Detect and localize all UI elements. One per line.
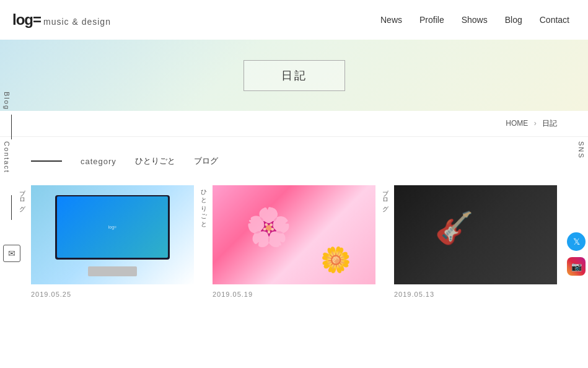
- instagram-icon[interactable]: 📷: [567, 257, 586, 276]
- blog-grid: ブログ log= 2019.05.25 ひとりごと 2019.0: [31, 185, 557, 298]
- blog-card-1-image: log=: [31, 185, 194, 284]
- category-bar: category ひとりごと ブログ: [31, 156, 557, 167]
- side-contact-label: Contact: [0, 136, 14, 178]
- hero-title: 日記: [244, 60, 345, 91]
- blog-card-2[interactable]: ひとりごと 2019.05.19: [213, 185, 375, 298]
- blog-card-3-image: [394, 185, 557, 284]
- side-blog-label: Blog: [0, 87, 14, 115]
- category-label: category: [81, 157, 116, 166]
- blog-card-3[interactable]: ブログ 2019.05.13: [394, 185, 557, 298]
- nav-profile[interactable]: Profile: [419, 15, 444, 25]
- main-content: category ひとりごと ブログ ブログ log= 2019.05.25 ひ…: [0, 137, 588, 317]
- nav-blog[interactable]: Blog: [505, 15, 522, 25]
- blog-card-3-date: 2019.05.13: [394, 291, 557, 298]
- side-blog-line: [11, 115, 12, 139]
- breadcrumb-current: 日記: [542, 119, 557, 128]
- category-line: [31, 160, 62, 162]
- nav-news[interactable]: News: [380, 15, 402, 25]
- side-sns-label: SNS: [574, 136, 588, 164]
- hero-banner: 日記: [0, 40, 588, 111]
- logo-sub: music & design: [43, 17, 111, 27]
- mail-icon[interactable]: ✉: [3, 245, 20, 262]
- blog-card-1[interactable]: ブログ log= 2019.05.25: [31, 185, 194, 298]
- breadcrumb: HOME › 日記: [0, 111, 588, 137]
- category-link-blog[interactable]: ブログ: [194, 156, 218, 167]
- breadcrumb-home[interactable]: HOME: [506, 119, 528, 128]
- card-2-label: ひとりごと: [199, 185, 208, 226]
- breadcrumb-separator: ›: [534, 119, 537, 128]
- blog-card-1-date: 2019.05.25: [31, 291, 194, 298]
- nav-contact[interactable]: Contact: [540, 15, 569, 25]
- twitter-icon[interactable]: 𝕏: [567, 232, 586, 251]
- card-3-label: ブログ: [380, 185, 389, 209]
- side-contact-line: [11, 195, 12, 220]
- main-nav: News Profile Shows Blog Contact: [380, 15, 569, 25]
- logo-text: log=: [12, 11, 41, 28]
- category-link-hitorigoto[interactable]: ひとりごと: [135, 156, 175, 167]
- blog-card-2-date: 2019.05.19: [213, 291, 375, 298]
- nav-shows[interactable]: Shows: [462, 15, 488, 25]
- logo[interactable]: log= music & design: [12, 11, 111, 28]
- site-header: log= music & design News Profile Shows B…: [0, 0, 588, 40]
- blog-card-2-image: [213, 185, 375, 284]
- card-1-label: ブログ: [17, 185, 26, 209]
